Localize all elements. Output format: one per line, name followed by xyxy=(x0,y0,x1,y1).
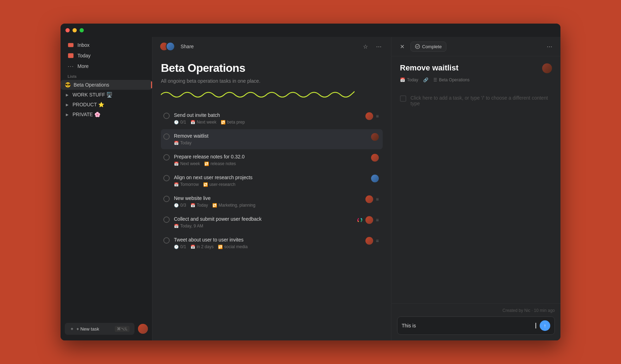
task-item[interactable]: Tweet about user to user invites 🕐 0/1 📅… xyxy=(161,233,383,253)
task-title: Align on next user research projects xyxy=(174,175,371,180)
wavy-divider xyxy=(161,91,383,100)
sidebar-item-work-stuff[interactable]: ▶ WORK STUFF 🖥️ xyxy=(61,90,152,100)
task-checkbox[interactable] xyxy=(163,113,170,119)
task-meta: 🕐 0/1 📅 Next week 🔁 beta prep xyxy=(174,120,365,125)
task-meta-due: 📅 Today xyxy=(190,203,208,208)
task-meta-progress: 🕐 0/1 xyxy=(174,244,186,249)
task-right: ≡ xyxy=(365,112,379,120)
comment-input[interactable] xyxy=(402,323,532,328)
task-title: Remove waitlist xyxy=(174,133,371,139)
titlebar xyxy=(61,24,560,37)
task-content: Tweet about user to user invites 🕐 0/1 📅… xyxy=(174,237,365,249)
calendar-icon: 📅 xyxy=(174,162,179,166)
minimize-traffic-light[interactable] xyxy=(73,28,77,32)
task-meta-due: 📅 Tomorrow xyxy=(174,182,199,187)
sidebar-item-product[interactable]: ▶ PRODUCT ⭐ xyxy=(61,100,152,109)
slack-icon xyxy=(357,217,363,223)
svg-point-7 xyxy=(360,218,362,219)
beta-operations-emoji: 😎 xyxy=(65,82,71,88)
task-title: Tweet about user to user invites xyxy=(174,237,365,243)
comment-input-area: ↑ xyxy=(397,316,555,335)
sidebar-item-private[interactable]: ▶ PRIVATE 🌸 xyxy=(61,109,152,119)
text-cursor xyxy=(535,323,536,328)
complete-button[interactable]: Complete xyxy=(410,42,446,52)
share-label: Share xyxy=(181,44,194,49)
task-content: Collect and submit power user feedback 📅… xyxy=(174,216,357,228)
task-meta-progress: 🕐 0/1 xyxy=(174,120,186,125)
task-item[interactable]: Prepare release notes for 0.32.0 📅 Next … xyxy=(161,150,383,170)
x-icon: ✕ xyxy=(400,43,404,50)
star-button[interactable]: ☆ xyxy=(360,41,371,52)
user-avatar-sidebar[interactable] xyxy=(138,324,148,334)
calendar-small-icon: 📅 xyxy=(400,77,405,82)
send-comment-button[interactable]: ↑ xyxy=(540,320,550,331)
more-options-button[interactable]: ⋯ xyxy=(374,41,384,52)
chevron-right-icon-3: ▶ xyxy=(65,112,70,117)
task-menu-icon[interactable]: ≡ xyxy=(376,196,379,202)
assignee-avatar xyxy=(371,175,379,182)
task-item[interactable]: Collect and submit power user feedback 📅… xyxy=(161,212,383,232)
share-button[interactable]: Share xyxy=(178,42,196,51)
task-menu-icon[interactable]: ≡ xyxy=(376,238,379,244)
task-title: Prepare release notes for 0.32.0 xyxy=(174,154,371,159)
calendar-icon: 📅 xyxy=(174,182,179,187)
main-content: Inbox Today ··· More xyxy=(61,37,560,340)
traffic-lights xyxy=(65,28,84,32)
task-meta-due: 📅 Next week xyxy=(190,120,217,125)
more-dots-icon: ··· xyxy=(68,63,74,69)
shortcut-badge: ⌘⌥L xyxy=(115,326,130,332)
task-menu-icon[interactable]: ≡ xyxy=(376,113,379,119)
close-traffic-light[interactable] xyxy=(65,28,70,32)
task-item-selected[interactable]: Remove waitlist 📅 Today xyxy=(161,129,383,149)
task-right: ≡ xyxy=(357,216,379,224)
task-meta: 🕐 0/3 📅 Today 🔁 Marketing, planning xyxy=(174,203,365,208)
clock-icon: 🕐 xyxy=(174,203,179,208)
tag-icon: 🔁 xyxy=(221,120,226,125)
sidebar-bottom: ＋ + New task ⌘⌥L xyxy=(61,320,152,338)
right-panel-header-left: ✕ Complete xyxy=(397,42,446,52)
task-item[interactable]: Send out invite batch 🕐 0/1 📅 Next week xyxy=(161,108,383,128)
task-content: Send out invite batch 🕐 0/1 📅 Next week xyxy=(174,112,365,125)
link-icon: 🔗 xyxy=(423,77,428,82)
task-checkbox[interactable] xyxy=(163,175,170,181)
task-right: ≡ xyxy=(365,237,379,245)
right-panel-body: Remove waitlist 📅 Today 🔗 ☰ Beta Operati… xyxy=(391,56,560,303)
sidebar-item-inbox[interactable]: Inbox xyxy=(63,40,149,50)
task-detail-title: Remove waitlist xyxy=(400,63,542,73)
task-menu-icon[interactable]: ≡ xyxy=(376,217,379,223)
send-icon: ↑ xyxy=(544,323,546,328)
center-panel-body: Beta Operations All ongoing beta operati… xyxy=(152,56,391,340)
task-detail-meta: 📅 Today 🔗 ☰ Beta Operations xyxy=(400,77,552,82)
sidebar-item-more[interactable]: ··· More xyxy=(63,61,149,71)
assignee-avatar xyxy=(371,133,379,141)
new-task-button[interactable]: ＋ + New task ⌘⌥L xyxy=(65,323,134,335)
ellipsis-icon: ⋯ xyxy=(376,43,382,50)
svg-point-8 xyxy=(360,221,362,222)
task-checkbox[interactable] xyxy=(163,133,170,140)
task-checkbox[interactable] xyxy=(163,154,170,161)
right-panel-more-button[interactable]: ⋯ xyxy=(544,41,555,52)
task-item[interactable]: Align on next user research projects 📅 T… xyxy=(161,171,383,191)
sidebar-item-today[interactable]: Today xyxy=(63,50,149,61)
task-right xyxy=(371,154,379,162)
svg-point-9 xyxy=(358,221,359,222)
task-right xyxy=(371,133,379,141)
right-panel-header: ✕ Complete ⋯ xyxy=(391,37,560,56)
task-title: Collect and submit power user feedback xyxy=(174,216,357,222)
today-label: Today xyxy=(77,53,90,58)
task-add-area[interactable]: Click here to add a task, or type '/' to… xyxy=(400,89,552,112)
task-meta-progress: 🕐 0/3 xyxy=(174,203,186,208)
task-meta: 📅 Today xyxy=(174,140,371,145)
task-detail-header: Remove waitlist xyxy=(400,63,552,73)
sidebar-item-beta-operations[interactable]: 😎 Beta Operations xyxy=(61,80,152,90)
task-content: Remove waitlist 📅 Today xyxy=(174,133,371,145)
fullscreen-traffic-light[interactable] xyxy=(80,28,84,32)
task-checkbox[interactable] xyxy=(163,237,170,244)
task-meta-tag: 🔁 Marketing, planning xyxy=(212,203,256,208)
assignee-avatar xyxy=(365,195,373,203)
task-checkbox[interactable] xyxy=(163,216,170,223)
assignee-avatar xyxy=(371,154,379,162)
task-item[interactable]: New website live 🕐 0/3 📅 Today xyxy=(161,192,383,212)
close-panel-button[interactable]: ✕ xyxy=(397,42,407,51)
task-checkbox[interactable] xyxy=(163,196,170,202)
